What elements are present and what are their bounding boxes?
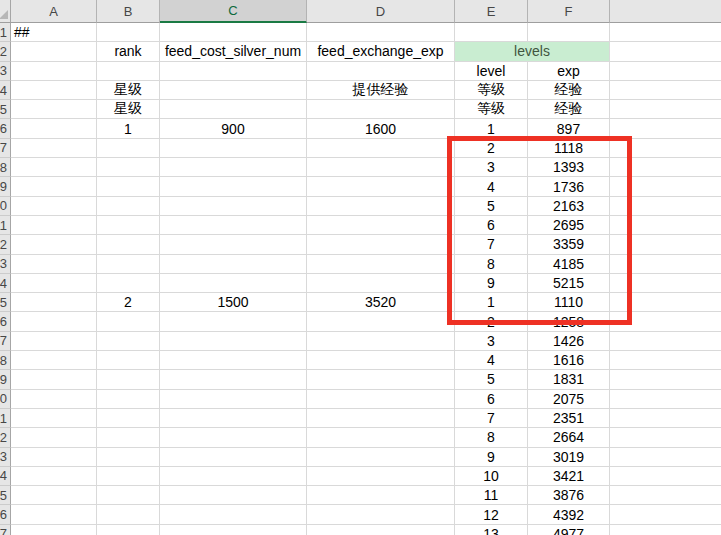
cell-B21[interactable] <box>97 409 160 428</box>
cell-F17[interactable]: 1426 <box>528 332 610 351</box>
cell-D27[interactable] <box>307 525 455 535</box>
row-header-17[interactable]: 17 <box>0 332 11 351</box>
cell-C11[interactable] <box>160 216 307 235</box>
cell-E7[interactable]: 2 <box>455 139 528 158</box>
cell-F19[interactable]: 1831 <box>528 370 610 389</box>
cell-D9[interactable] <box>307 177 455 196</box>
cell-F14[interactable]: 5215 <box>528 274 610 293</box>
cell-F10[interactable]: 2163 <box>528 197 610 216</box>
row-header-20[interactable]: 20 <box>0 390 11 409</box>
cell-F25[interactable]: 3876 <box>528 486 610 505</box>
row-header-7[interactable]: 7 <box>0 139 11 158</box>
row-header-6[interactable]: 6 <box>0 119 11 138</box>
cell-A8[interactable] <box>11 158 97 177</box>
cell-G14[interactable] <box>610 274 721 293</box>
cell-D4[interactable]: 提供经验 <box>307 81 455 100</box>
row-header-9[interactable]: 9 <box>0 177 11 196</box>
cell-C19[interactable] <box>160 370 307 389</box>
cell-F13[interactable]: 4185 <box>528 255 610 274</box>
row-header-25[interactable]: 25 <box>0 486 11 505</box>
row-header-15[interactable]: 15 <box>0 293 11 312</box>
cell-E26[interactable]: 12 <box>455 505 528 524</box>
cell-B6[interactable]: 1 <box>97 119 160 138</box>
cell-C23[interactable] <box>160 448 307 467</box>
cell-F8[interactable]: 1393 <box>528 158 610 177</box>
row-header-12[interactable]: 12 <box>0 235 11 254</box>
cell-E14[interactable]: 9 <box>455 274 528 293</box>
cell-B13[interactable] <box>97 255 160 274</box>
cell-F11[interactable]: 2695 <box>528 216 610 235</box>
cell-G17[interactable] <box>610 332 721 351</box>
cell-B22[interactable] <box>97 428 160 447</box>
cell-D20[interactable] <box>307 390 455 409</box>
cell-B27[interactable] <box>97 525 160 535</box>
cell-C18[interactable] <box>160 351 307 370</box>
cell-B11[interactable] <box>97 216 160 235</box>
cell-D7[interactable] <box>307 139 455 158</box>
cell-E21[interactable]: 7 <box>455 409 528 428</box>
cell-G19[interactable] <box>610 370 721 389</box>
cell-A2[interactable] <box>11 42 97 61</box>
cell-D14[interactable] <box>307 274 455 293</box>
cell-B1[interactable] <box>97 23 160 42</box>
cell-F21[interactable]: 2351 <box>528 409 610 428</box>
cell-B23[interactable] <box>97 448 160 467</box>
cell-G10[interactable] <box>610 197 721 216</box>
cell-E12[interactable]: 7 <box>455 235 528 254</box>
cell-A18[interactable] <box>11 351 97 370</box>
cell-C16[interactable] <box>160 312 307 331</box>
cell-C15[interactable]: 1500 <box>160 293 307 312</box>
cell-A21[interactable] <box>11 409 97 428</box>
cell-D21[interactable] <box>307 409 455 428</box>
cell-D17[interactable] <box>307 332 455 351</box>
cell-E23[interactable]: 9 <box>455 448 528 467</box>
cell-E8[interactable]: 3 <box>455 158 528 177</box>
row-header-10[interactable]: 10 <box>0 197 11 216</box>
cell-A1[interactable]: ## <box>11 23 97 42</box>
cell-G7[interactable] <box>610 139 721 158</box>
column-header-A[interactable]: A <box>11 0 97 23</box>
cell-A14[interactable] <box>11 274 97 293</box>
cell-G13[interactable] <box>610 255 721 274</box>
cell-C13[interactable] <box>160 255 307 274</box>
cell-B12[interactable] <box>97 235 160 254</box>
cell-C10[interactable] <box>160 197 307 216</box>
cell-E10[interactable]: 5 <box>455 197 528 216</box>
cell-G21[interactable] <box>610 409 721 428</box>
row-header-23[interactable]: 23 <box>0 448 11 467</box>
row-header-1[interactable]: 1 <box>0 23 11 42</box>
cell-F26[interactable]: 4392 <box>528 505 610 524</box>
cell-D10[interactable] <box>307 197 455 216</box>
cell-B19[interactable] <box>97 370 160 389</box>
cell-A19[interactable] <box>11 370 97 389</box>
cell-B14[interactable] <box>97 274 160 293</box>
merged-cell-E2-F2[interactable]: levels <box>455 42 610 61</box>
cell-B5[interactable]: 星级 <box>97 100 160 119</box>
cell-C6[interactable]: 900 <box>160 119 307 138</box>
row-header-27[interactable]: 27 <box>0 525 11 535</box>
cell-C26[interactable] <box>160 505 307 524</box>
cell-A10[interactable] <box>11 197 97 216</box>
cell-F23[interactable]: 3019 <box>528 448 610 467</box>
row-header-14[interactable]: 14 <box>0 274 11 293</box>
cell-F1[interactable] <box>528 23 610 42</box>
cell-C22[interactable] <box>160 428 307 447</box>
cell-F6[interactable]: 897 <box>528 119 610 138</box>
cell-B8[interactable] <box>97 158 160 177</box>
cell-G4[interactable] <box>610 81 721 100</box>
cell-E15[interactable]: 1 <box>455 293 528 312</box>
cell-G23[interactable] <box>610 448 721 467</box>
cell-C5[interactable] <box>160 100 307 119</box>
cell-D12[interactable] <box>307 235 455 254</box>
cell-A9[interactable] <box>11 177 97 196</box>
cell-F9[interactable]: 1736 <box>528 177 610 196</box>
cell-A25[interactable] <box>11 486 97 505</box>
row-header-13[interactable]: 13 <box>0 255 11 274</box>
cell-E16[interactable]: 2 <box>455 312 528 331</box>
cell-F5[interactable]: 经验 <box>528 100 610 119</box>
row-header-16[interactable]: 16 <box>0 312 11 331</box>
row-header-26[interactable]: 26 <box>0 505 11 524</box>
cell-C27[interactable] <box>160 525 307 535</box>
cell-E11[interactable]: 6 <box>455 216 528 235</box>
cell-E13[interactable]: 8 <box>455 255 528 274</box>
